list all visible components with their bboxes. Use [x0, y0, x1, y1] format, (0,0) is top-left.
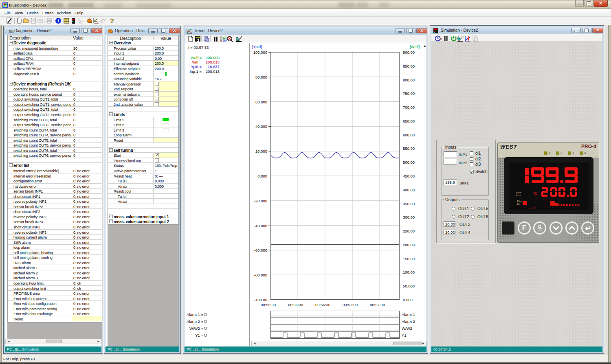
- svg-text:E: E: [440, 38, 442, 40]
- svg-text:?: ?: [110, 18, 114, 24]
- svg-text:oto: oto: [79, 22, 82, 24]
- svg-text:52%: 52%: [223, 36, 227, 39]
- svg-text:563: 563: [223, 39, 227, 42]
